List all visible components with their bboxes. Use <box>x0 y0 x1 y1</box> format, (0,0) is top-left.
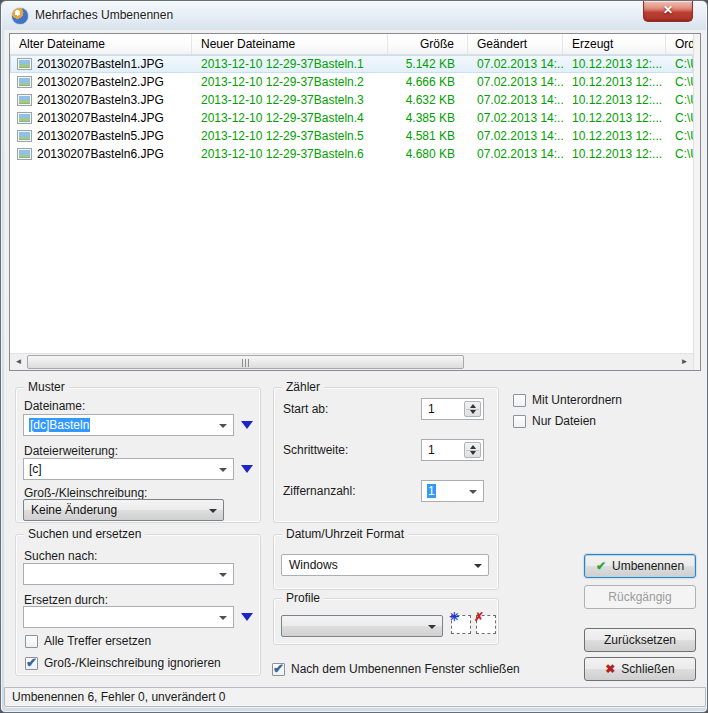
close-icon[interactable]: ✕ <box>643 1 693 22</box>
chevron-down-icon[interactable] <box>219 616 227 620</box>
table-cell: 20130207Basteln2.JPG <box>10 73 192 91</box>
table-body: 20130207Basteln1.JPG2013-12-10 12-29-37B… <box>10 55 693 353</box>
red-x-icon: ✖ <box>605 662 615 676</box>
table-cell: 2013-12-10 12-29-37Basteln.6 <box>192 145 388 163</box>
scrollbar-thumb[interactable] <box>27 355 464 369</box>
rueckgaengig-button[interactable]: Rückgängig <box>584 585 696 609</box>
titlebar[interactable]: Mehrfaches Umbenennen ✕ <box>1 1 707 31</box>
vertical-scrollbar[interactable] <box>693 34 700 370</box>
table-row[interactable]: 20130207Basteln2.JPG2013-12-10 12-29-37B… <box>10 73 693 91</box>
table-cell: 2013-12-10 12-29-37Basteln.3 <box>192 91 388 109</box>
table-cell: 2013-12-10 12-29-37Basteln.4 <box>192 109 388 127</box>
schrittweite-label: Schrittweite: <box>283 443 348 457</box>
checkbox-label: Nur Dateien <box>532 414 596 428</box>
column-header[interactable]: Ord <box>666 34 693 54</box>
table-row[interactable]: 20130207Basteln4.JPG2013-12-10 12-29-37B… <box>10 109 693 127</box>
ersetzen-placeholder-menu-icon[interactable] <box>241 613 253 621</box>
zuruecksetzen-button[interactable]: Zurücksetzen <box>584 628 696 652</box>
chevron-down-icon[interactable] <box>469 490 477 494</box>
chevron-down-icon[interactable] <box>219 468 227 472</box>
file-list[interactable]: Alter DateinameNeuer DateinameGrößeGeänd… <box>9 33 701 371</box>
table-cell: 10.12.2013 12:... <box>563 91 666 109</box>
table-cell: 10.12.2013 12:... <box>563 55 666 73</box>
column-header[interactable]: Alter Dateiname <box>10 34 192 54</box>
table-row[interactable]: 20130207Basteln1.JPG2013-12-10 12-29-37B… <box>10 55 693 73</box>
dateierweiterung-combo[interactable]: [c] <box>23 458 234 480</box>
dateierweiterung-placeholder-menu-icon[interactable] <box>241 465 253 473</box>
checkbox-box-checked <box>25 657 38 670</box>
delete-profile-x-icon: ✗ <box>474 610 484 624</box>
group-datum-title: Datum/Uhrzeit Format <box>282 527 408 541</box>
chevron-down-icon[interactable] <box>474 564 482 568</box>
ziffernanzahl-combo[interactable]: 1 <box>421 480 484 502</box>
dateiname-placeholder-menu-icon[interactable] <box>241 421 253 429</box>
start-ab-value: 1 <box>428 402 435 416</box>
zuruecksetzen-label: Zurücksetzen <box>604 633 676 647</box>
table-cell: 10.12.2013 12:... <box>563 73 666 91</box>
profile-new-button[interactable]: ✳ <box>451 615 471 634</box>
chevron-down-icon[interactable] <box>219 573 227 577</box>
window-title: Mehrfaches Umbenennen <box>35 8 173 22</box>
table-cell: 20130207Basteln1.JPG <box>10 55 192 73</box>
table-cell: 20130207Basteln3.JPG <box>10 91 192 109</box>
chevron-down-icon[interactable] <box>219 424 227 428</box>
spinner-arrows-icon[interactable] <box>464 401 481 417</box>
table-cell: 2013-12-10 12-29-37Basteln.1 <box>192 55 388 73</box>
table-cell: 07.02.2013 14:... <box>468 91 563 109</box>
table-row[interactable]: 20130207Basteln5.JPG2013-12-10 12-29-37B… <box>10 127 693 145</box>
table-cell: 4.680 KB <box>388 145 468 163</box>
checkbox-label: Mit Unterordnern <box>532 393 622 407</box>
column-header[interactable]: Geändert <box>468 34 563 54</box>
gross-klein-value: Keine Änderung <box>31 503 117 517</box>
scroll-right-arrow-icon[interactable]: ► <box>676 354 693 370</box>
suchen-nach-combo[interactable] <box>23 563 234 585</box>
table-cell: C:\U <box>666 73 693 91</box>
umbenennen-button[interactable]: ✔Umbenennen <box>584 554 696 578</box>
profile-combo[interactable] <box>281 615 443 637</box>
table-cell: C:\U <box>666 109 693 127</box>
column-header[interactable]: Erzeugt <box>563 34 666 54</box>
table-cell: C:\U <box>666 127 693 145</box>
image-file-icon <box>17 58 32 70</box>
status-text: Umbenennen 6, Fehler 0, unverändert 0 <box>12 690 225 704</box>
table-cell: 4.666 KB <box>388 73 468 91</box>
table-row[interactable]: 20130207Basteln6.JPG2013-12-10 12-29-37B… <box>10 145 693 163</box>
dateiname-value: [dc]Basteln <box>29 418 90 432</box>
checkbox-nur-dateien[interactable]: Nur Dateien <box>513 414 596 428</box>
ersetzen-durch-combo[interactable] <box>23 606 234 628</box>
table-cell: 07.02.2013 14:... <box>468 55 563 73</box>
scrollbar-grip <box>242 359 250 367</box>
table-row[interactable]: 20130207Basteln3.JPG2013-12-10 12-29-37B… <box>10 91 693 109</box>
table-cell: 2013-12-10 12-29-37Basteln.2 <box>192 73 388 91</box>
dateiname-combo[interactable]: [dc]Basteln <box>23 414 234 436</box>
checkbox-fenster-schliessen[interactable]: Nach dem Umbenennen Fenster schließen <box>272 662 520 676</box>
start-ab-spinner[interactable]: 1 <box>421 398 484 420</box>
spinner-arrows-icon[interactable] <box>464 442 481 458</box>
profile-delete-button[interactable]: ✗ <box>476 615 496 634</box>
table-cell: 07.02.2013 14:... <box>468 109 563 127</box>
schrittweite-spinner[interactable]: 1 <box>421 439 484 461</box>
image-file-icon <box>17 130 32 142</box>
gross-klein-dropdown[interactable]: Keine Änderung <box>23 499 224 521</box>
checkbox-label: Alle Treffer ersetzen <box>44 634 151 648</box>
group-zaehler-title: Zähler <box>282 380 324 394</box>
checkbox-mit-unterordnern[interactable]: Mit Unterordnern <box>513 393 622 407</box>
datum-format-combo[interactable]: Windows <box>281 554 489 576</box>
group-suchen-title: Suchen und ersetzen <box>24 527 145 541</box>
scroll-left-arrow-icon[interactable]: ◄ <box>10 354 27 370</box>
checkbox-gross-klein-ignorieren[interactable]: Groß-/Kleinschreibung ignorieren <box>25 656 221 670</box>
column-header[interactable]: Neuer Dateiname <box>192 34 388 54</box>
table-cell: 07.02.2013 14:... <box>468 145 563 163</box>
table-cell: C:\U <box>666 145 693 163</box>
schliessen-button[interactable]: ✖Schließen <box>584 657 696 681</box>
chevron-down-icon[interactable] <box>428 625 436 629</box>
column-header[interactable]: Größe <box>388 34 468 54</box>
checkbox-label: Nach dem Umbenennen Fenster schließen <box>291 662 520 676</box>
image-file-icon <box>17 76 32 88</box>
checkbox-box-checked <box>272 663 285 676</box>
checkbox-alle-treffer[interactable]: Alle Treffer ersetzen <box>25 634 151 648</box>
ziffernanzahl-value: 1 <box>427 484 436 498</box>
horizontal-scrollbar[interactable]: ◄ ► <box>10 353 693 370</box>
chevron-down-icon <box>209 509 217 513</box>
multi-rename-window: Mehrfaches Umbenennen ✕ Alter DateinameN… <box>0 0 708 713</box>
